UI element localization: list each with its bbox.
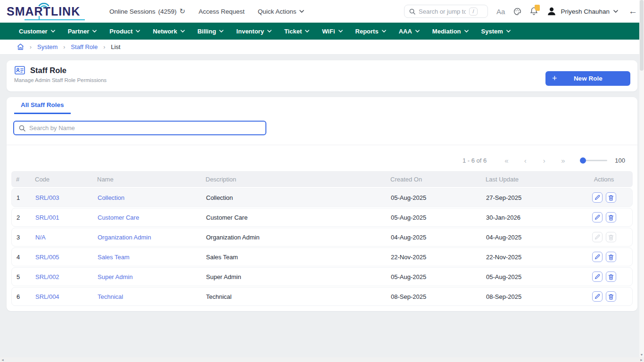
slider-thumb[interactable] [580,157,586,164]
page-title: Staff Role [30,66,66,75]
role-code-link[interactable]: SRL/005 [35,254,59,261]
plus-icon: + [552,74,557,83]
role-name-link[interactable]: Organization Admin [98,234,151,241]
search-icon [19,125,25,132]
global-search-input[interactable] [419,8,466,15]
pagination-prev-button[interactable]: ‹ [516,156,535,165]
quick-actions[interactable]: Quick Actions [258,8,304,15]
pencil-icon [594,294,600,299]
pagination-last-button[interactable]: » [553,156,572,165]
nav-menu-item[interactable]: Partner [68,28,97,35]
chevron-down-icon [382,30,386,33]
edit-role-button[interactable] [592,192,603,203]
role-name-link[interactable]: Collection [98,194,124,201]
access-request[interactable]: Access Request [198,8,245,15]
delete-role-button[interactable] [606,291,616,302]
page-subtitle: Manage Admin Staff Role Permissions [14,77,630,83]
text-size-toggle[interactable]: Aa [496,8,505,16]
edit-role-button[interactable] [592,272,603,282]
back-arrow-icon[interactable]: ← [628,6,637,16]
nav-menu-item[interactable]: Ticket [284,28,309,35]
nav-menu-item[interactable]: WiFi [322,28,342,35]
vertical-scrollbar-thumb[interactable] [640,0,644,71]
breadcrumb-link-system[interactable]: System [37,43,58,50]
role-name-link[interactable]: Sales Team [98,254,130,261]
home-icon[interactable] [17,43,24,50]
search-icon [409,8,415,15]
delete-role-button[interactable] [606,232,616,242]
refresh-icon[interactable]: ↻ [180,7,186,16]
role-last-update: 05-Aug-2025 [481,273,576,280]
smartlink-logo[interactable]: SMARTLINK [7,2,86,21]
breadcrumb-separator: › [63,44,65,50]
nav-menu-item[interactable]: Product [109,28,140,35]
nav-menu-item[interactable]: Network [153,28,184,35]
role-code-link[interactable]: N/A [35,234,46,241]
edit-role-button[interactable] [592,212,603,222]
user-menu[interactable]: Priyesh Chauhan [546,6,618,16]
role-name-link[interactable]: Technical [98,293,123,300]
chevron-down-icon [51,30,55,33]
role-code-link[interactable]: SRL/004 [35,293,59,300]
delete-role-button[interactable] [606,212,616,222]
trash-icon [608,294,614,300]
scroll-right-icon[interactable]: ► [640,358,643,362]
nav-menu-item[interactable]: Inventory [236,28,272,35]
pagination-first-button[interactable]: « [497,156,516,165]
role-created-on: 05-Aug-2025 [386,273,481,280]
breadcrumb-link-staff-role[interactable]: Staff Role [71,43,98,50]
role-last-update: 27-Sep-2025 [481,194,576,201]
name-search-input[interactable] [29,124,261,132]
trash-icon [608,195,614,201]
nav-menu-item[interactable]: Billing [198,28,224,35]
col-header-actions: Actions [575,176,633,183]
role-code-link[interactable]: SRL/003 [35,194,59,201]
chevron-down-icon [181,30,185,33]
user-name: Priyesh Chauhan [561,8,610,15]
global-search[interactable]: / [404,5,488,18]
role-code-link[interactable]: SRL/002 [35,273,59,280]
chevron-down-icon [464,30,469,33]
horizontal-scrollbar[interactable]: ◄ ► [0,357,644,362]
delete-role-button[interactable] [606,272,616,282]
role-code-link[interactable]: SRL/001 [35,214,59,221]
pencil-icon [594,195,600,200]
edit-role-button[interactable] [592,291,603,302]
scroll-down-icon[interactable]: ▼ [639,353,644,356]
delete-role-button[interactable] [606,192,616,203]
nav-menu-item[interactable]: AAA [399,28,420,35]
row-index: 2 [12,214,31,221]
col-header-name: Name [92,176,201,183]
role-description: Collection [201,194,386,201]
page-header-card: Staff Role Manage Admin Staff Role Permi… [7,60,637,91]
page-size-value: 100 [615,157,625,164]
table-row: 5 SRL/002 Super Admin Super Admin 05-Aug… [11,267,633,286]
chevron-down-icon [339,30,343,33]
nav-menu-item[interactable]: Reports [355,28,386,35]
pencil-icon [594,214,600,220]
nav-menu-item[interactable]: System [481,28,511,35]
edit-role-button[interactable] [592,232,603,242]
scroll-left-icon[interactable]: ◄ [1,358,4,362]
vertical-scrollbar[interactable]: ▼ [639,0,644,357]
online-sessions[interactable]: Online Sessions (4259) ↻ [109,7,185,16]
pagination-next-button[interactable]: › [535,156,553,165]
role-description: Super Admin [201,273,386,280]
name-search-box[interactable] [13,121,266,135]
notifications-bell[interactable] [530,7,538,16]
role-name-link[interactable]: Customer Care [98,214,139,221]
page-size-slider [581,160,607,161]
role-name-link[interactable]: Super Admin [98,273,132,280]
nav-menu-item[interactable]: Customer [19,28,55,35]
delete-role-button[interactable] [606,252,616,262]
slider-track[interactable] [581,160,607,161]
nav-menu-item[interactable]: Mediation [432,28,469,35]
table-header-row: # Code Name Description Created On Last … [11,171,633,187]
theme-palette-icon[interactable] [513,8,521,16]
pencil-icon [594,274,600,280]
new-role-button[interactable]: + New Role [545,71,630,86]
edit-role-button[interactable] [592,252,603,262]
role-last-update: 30-Jan-2026 [481,214,576,221]
tab-all-staff-roles[interactable]: All Staff Roles [14,97,71,114]
col-header-created-on: Created On [386,176,481,183]
